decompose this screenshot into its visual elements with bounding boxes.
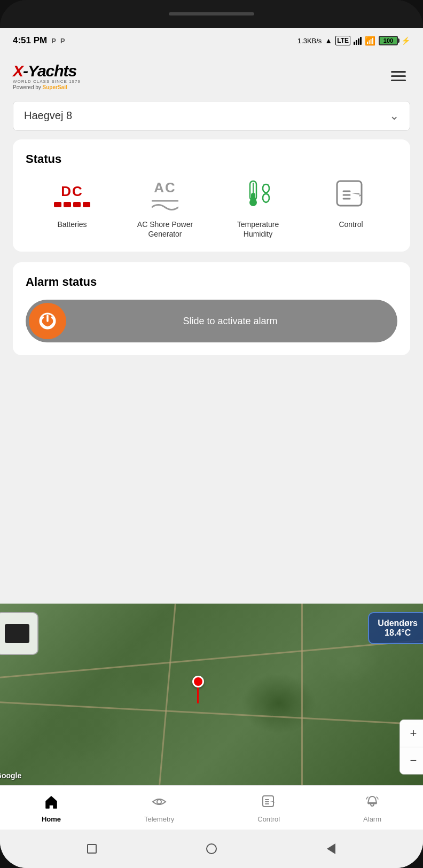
parking-icon-1: P — [51, 37, 56, 45]
control-icon-area — [334, 177, 369, 214]
map-weather-overlay: Udendørs 18.4°C — [368, 612, 423, 644]
zoom-out-button[interactable]: − — [400, 747, 423, 774]
back-icon — [327, 843, 335, 854]
lte-icon: LTE — [335, 36, 350, 45]
battery-bar-4 — [83, 202, 90, 207]
phone-frame: 4:51 PM P P 1.3KB/s ▲ LTE 📶 100 — [0, 0, 423, 868]
phone-screen: 4:51 PM P P 1.3KB/s ▲ LTE 📶 100 — [0, 28, 423, 868]
nav-control-label: Control — [257, 815, 280, 823]
ac-icon-area: AC — [152, 177, 178, 214]
svg-point-10 — [157, 800, 161, 804]
phone-notch-bar — [0, 0, 423, 28]
dc-batteries-icon: DC — [54, 183, 90, 207]
data-speed: 1.3KB/s — [297, 37, 322, 45]
hamburger-line-1 — [391, 71, 406, 73]
bottom-nav: Home Telemetry — [0, 785, 423, 830]
location-dropdown[interactable]: Haegvej 8 ⌄ — [13, 101, 410, 131]
status-card: Status DC — [13, 139, 410, 252]
android-home-button[interactable] — [206, 843, 217, 854]
android-nav-bar — [0, 830, 423, 868]
battery-bar-3 — [73, 202, 81, 207]
weather-location-label: Udendørs — [378, 619, 418, 628]
status-item-ac[interactable]: AC AC Shore PowerGenerator — [119, 177, 212, 239]
logo-powered: Powered by SuperSail — [13, 84, 81, 90]
map-road-v2 — [301, 604, 303, 785]
ac-label: AC Shore PowerGenerator — [137, 220, 193, 239]
alarm-power-button[interactable] — [29, 303, 66, 339]
status-bar-right: 1.3KB/s ▲ LTE 📶 100 ⚡ — [297, 36, 410, 46]
logo-name: X-Yachts — [13, 62, 81, 80]
control-icon — [334, 178, 369, 213]
parking-icon-2: P — [60, 37, 65, 45]
temp-label: TemperatureHumidity — [237, 220, 279, 239]
weather-temp-display: 18.4°C — [378, 628, 418, 638]
hamburger-line-3 — [391, 80, 406, 81]
pin-head — [192, 676, 204, 687]
battery-bar-1 — [54, 202, 61, 207]
status-bar-left: 4:51 PM P P — [13, 35, 65, 46]
battery-bars-icon — [54, 202, 90, 207]
svg-point-4 — [249, 199, 257, 206]
temp-icon-area — [239, 177, 277, 214]
alarm-slide-text: Slide to activate alarm — [66, 316, 394, 327]
power-icon-svg — [38, 311, 57, 331]
nav-alarm[interactable]: Alarm — [355, 792, 390, 825]
battery-indicator: 100 — [379, 36, 398, 45]
zoom-in-button[interactable]: + — [400, 720, 423, 747]
hamburger-menu[interactable] — [387, 67, 410, 85]
status-bar: 4:51 PM P P 1.3KB/s ▲ LTE 📶 100 — [0, 28, 423, 53]
logo-container: X-Yachts WORLD CLASS SINCE 1979 Powered … — [13, 62, 81, 90]
pin-tail — [197, 687, 199, 703]
status-item-temp[interactable]: TemperatureHumidity — [212, 177, 304, 239]
camera-icon — [5, 624, 29, 643]
logo-tagline: WORLD CLASS SINCE 1979 — [13, 80, 81, 84]
status-title: Status — [26, 152, 397, 166]
ac-shore-icon: AC — [152, 179, 178, 211]
notch-pill — [169, 12, 254, 15]
home-icon — [44, 794, 59, 813]
square-icon — [87, 844, 97, 854]
batteries-icon-area: DC — [54, 177, 90, 214]
nav-control[interactable]: Control — [249, 792, 288, 825]
batteries-label: Batteries — [57, 220, 87, 229]
nav-home[interactable]: Home — [33, 792, 69, 825]
time-display: 4:51 PM — [13, 35, 47, 46]
location-text: Haegvej 8 — [24, 110, 72, 122]
bell-icon — [365, 794, 380, 813]
ac-wave-svg — [152, 198, 178, 211]
alarm-card: Alarm status Slide to activate alarm — [13, 262, 410, 355]
android-back-button[interactable] — [326, 843, 336, 854]
dc-label: DC — [61, 183, 83, 200]
map-pin — [192, 676, 204, 703]
alarm-title: Alarm status — [26, 275, 397, 289]
control-nav-icon — [261, 794, 276, 813]
app-header: X-Yachts WORLD CLASS SINCE 1979 Powered … — [0, 53, 423, 97]
charging-icon: ⚡ — [401, 36, 410, 45]
nav-telemetry[interactable]: Telemetry — [136, 792, 183, 825]
map-overlay — [0, 604, 423, 785]
nav-alarm-label: Alarm — [363, 815, 381, 823]
main-content: Status DC — [0, 139, 423, 604]
signal-icon — [354, 37, 362, 45]
status-item-control[interactable]: Control — [304, 177, 397, 229]
wifi-icon: 📶 — [365, 36, 375, 46]
hamburger-line-2 — [391, 75, 406, 77]
map-zoom-controls: + − — [400, 720, 423, 775]
eye-icon — [152, 794, 167, 813]
alarm-slider[interactable]: Slide to activate alarm — [26, 300, 397, 342]
android-recent-button[interactable] — [87, 843, 97, 854]
map-background: Udendørs 18.4°C + − Google — [0, 604, 423, 785]
map-container[interactable]: Udendørs 18.4°C + − Google — [0, 604, 423, 785]
status-icons-row: DC Batteries — [26, 177, 397, 239]
battery-bar-2 — [64, 202, 71, 207]
control-label: Control — [339, 220, 363, 229]
nav-home-label: Home — [42, 815, 61, 823]
circle-icon — [206, 843, 217, 854]
nav-telemetry-label: Telemetry — [144, 815, 174, 823]
map-camera-button[interactable] — [0, 612, 38, 655]
chevron-down-icon: ⌄ — [389, 109, 399, 123]
ac-label-icon: AC — [154, 179, 176, 196]
google-attribution: Google — [0, 771, 21, 780]
temp-humidity-icon — [239, 177, 277, 214]
status-item-batteries[interactable]: DC Batteries — [26, 177, 119, 229]
